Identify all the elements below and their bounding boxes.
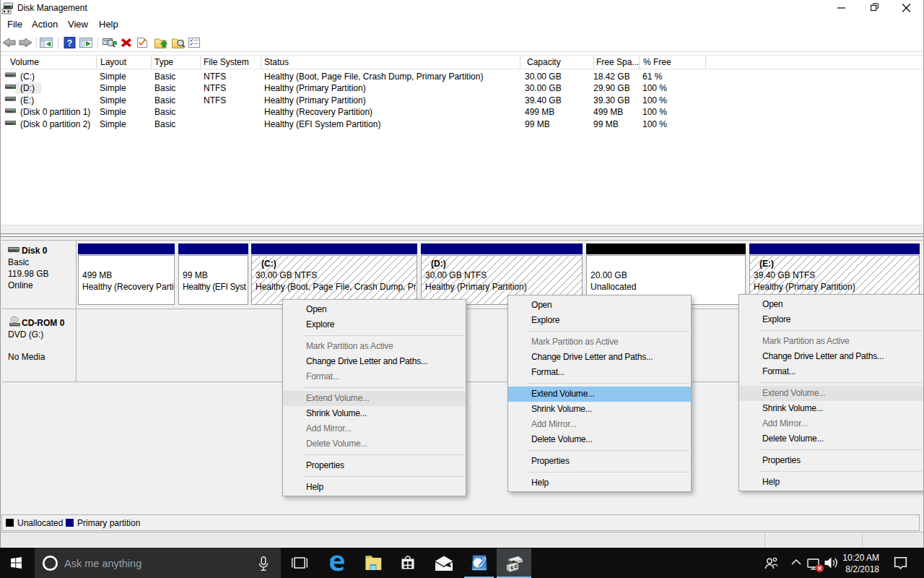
svg-text:?: ? xyxy=(67,38,72,48)
